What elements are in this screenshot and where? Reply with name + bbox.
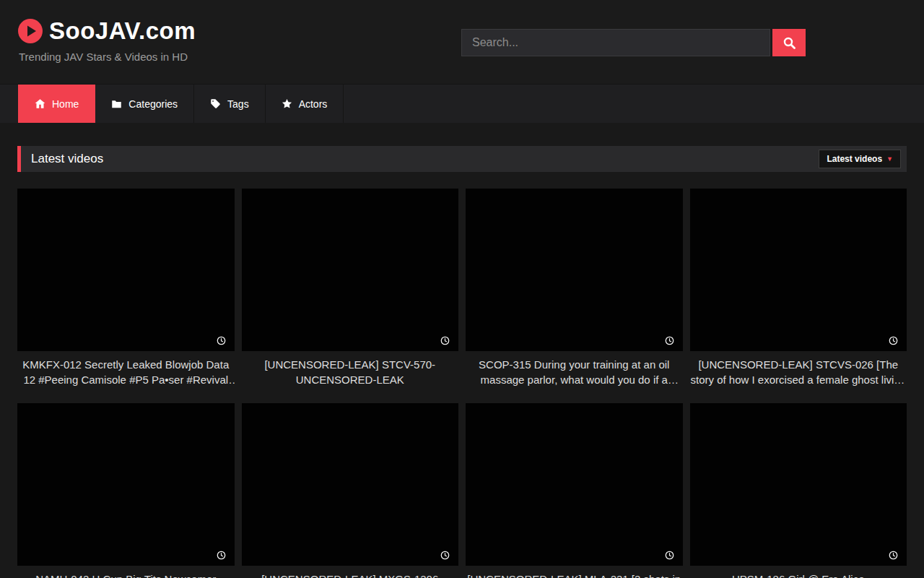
video-thumbnail[interactable] bbox=[17, 189, 235, 351]
logo[interactable]: SooJAV.com Trending JAV Stars & Videos i… bbox=[17, 17, 196, 63]
search-button[interactable] bbox=[772, 29, 806, 56]
main-content: Latest videos Latest videos ▼ KMKFX-012 … bbox=[17, 146, 907, 578]
video-card[interactable]: KMKFX-012 Secretly Leaked Blowjob Data 1… bbox=[17, 189, 235, 387]
video-thumbnail[interactable] bbox=[466, 189, 683, 351]
tag-icon bbox=[210, 98, 221, 109]
video-card[interactable]: SCOP-315 During your training at an oil … bbox=[466, 189, 683, 387]
video-thumbnail[interactable] bbox=[690, 189, 907, 351]
nav-item-home[interactable]: Home bbox=[18, 85, 95, 123]
nav-item-categories[interactable]: Categories bbox=[95, 85, 194, 123]
clock-icon bbox=[889, 551, 898, 560]
sort-dropdown-label: Latest videos bbox=[827, 154, 882, 164]
video-card[interactable]: [UNCENSORED-LEAK] MXGS-1306 Absolutely bbox=[242, 403, 459, 578]
video-title[interactable]: SCOP-315 During your training at an oil … bbox=[466, 357, 683, 387]
site-title: SooJAV.com bbox=[49, 17, 196, 45]
clock-icon bbox=[665, 336, 674, 345]
video-title[interactable]: [UNCENSORED-LEAK] MLA-231 [3 shots in bbox=[466, 571, 683, 578]
video-title[interactable]: KMKFX-012 Secretly Leaked Blowjob Data 1… bbox=[17, 357, 235, 387]
nav-item-label: Categories bbox=[128, 98, 178, 110]
video-card[interactable]: [UNCENSORED-LEAK] MLA-231 [3 shots in bbox=[466, 403, 683, 578]
video-title[interactable]: UPSM-186 Girl @ Era Alice bbox=[690, 571, 907, 578]
search-bar bbox=[461, 29, 806, 56]
folder-icon bbox=[111, 98, 122, 109]
video-thumbnail[interactable] bbox=[242, 189, 459, 351]
video-card[interactable]: UPSM-186 Girl @ Era Alice bbox=[690, 403, 907, 578]
clock-icon bbox=[217, 336, 226, 345]
video-title[interactable]: [UNCENSORED-LEAK] MXGS-1306 Absolutely bbox=[242, 571, 459, 578]
video-card[interactable]: [UNCENSORED-LEAK] STCV-570-UNCENSORED-LE… bbox=[242, 189, 459, 387]
nav-item-label: Actors bbox=[299, 98, 328, 110]
section-header: Latest videos Latest videos ▼ bbox=[17, 146, 907, 172]
caret-down-icon: ▼ bbox=[886, 156, 893, 163]
nav-item-actors[interactable]: Actors bbox=[266, 85, 344, 123]
video-title[interactable]: NAMH-042 H Cup Big Tits Newcomer (170cm … bbox=[17, 571, 235, 578]
sort-dropdown-button[interactable]: Latest videos ▼ bbox=[819, 150, 901, 168]
search-icon bbox=[783, 37, 796, 49]
clock-icon bbox=[889, 336, 898, 345]
nav-item-label: Home bbox=[52, 98, 79, 110]
video-grid: KMKFX-012 Secretly Leaked Blowjob Data 1… bbox=[17, 189, 907, 578]
video-card[interactable]: NAMH-042 H Cup Big Tits Newcomer (170cm … bbox=[17, 403, 235, 578]
video-thumbnail[interactable] bbox=[17, 403, 235, 566]
video-title[interactable]: [UNCENSORED-LEAK] STCV-570-UNCENSORED-LE… bbox=[242, 357, 459, 387]
search-input[interactable] bbox=[461, 29, 770, 56]
clock-icon bbox=[665, 551, 674, 560]
site-tagline: Trending JAV Stars & Videos in HD bbox=[19, 51, 196, 63]
section-title: Latest videos bbox=[21, 152, 103, 166]
clock-icon bbox=[440, 336, 450, 345]
main-nav: Home Categories Tags Actors bbox=[0, 84, 924, 123]
site-header: SooJAV.com Trending JAV Stars & Videos i… bbox=[0, 0, 924, 84]
video-card[interactable]: [UNCENSORED-LEAK] STCVS-026 [The story o… bbox=[690, 189, 907, 387]
star-icon bbox=[282, 98, 292, 109]
video-title[interactable]: [UNCENSORED-LEAK] STCVS-026 [The story o… bbox=[690, 357, 907, 387]
video-thumbnail[interactable] bbox=[690, 403, 907, 566]
nav-item-tags[interactable]: Tags bbox=[194, 85, 266, 123]
nav-item-label: Tags bbox=[227, 98, 249, 110]
home-icon bbox=[35, 98, 45, 109]
clock-icon bbox=[217, 551, 226, 560]
video-thumbnail[interactable] bbox=[466, 403, 683, 566]
video-thumbnail[interactable] bbox=[242, 403, 459, 566]
clock-icon bbox=[440, 551, 450, 560]
play-circle-icon bbox=[17, 18, 43, 44]
